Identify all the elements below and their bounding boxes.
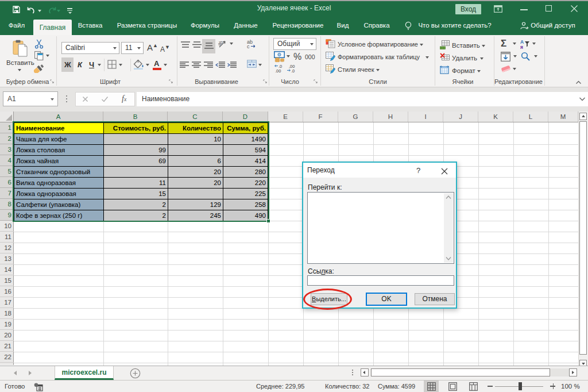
svg-text:c: c xyxy=(247,44,250,49)
svg-text:ab: ab xyxy=(218,40,224,47)
svg-text:,0: ,0 xyxy=(291,68,295,73)
svg-text:,00: ,00 xyxy=(275,68,281,73)
svg-text:я: я xyxy=(520,44,523,49)
